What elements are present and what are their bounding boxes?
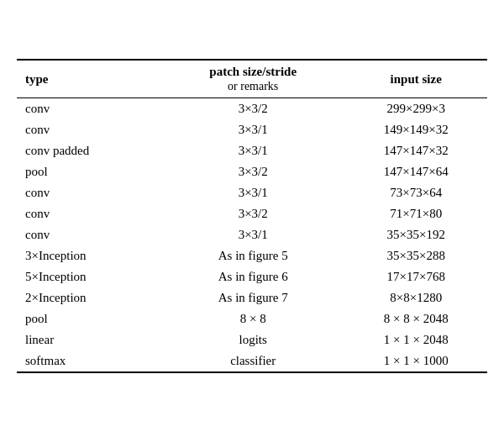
table-row: pool8 × 88 × 8 × 2048 [17, 308, 487, 329]
cell-type: conv [17, 98, 161, 120]
table-row: conv3×3/2299×299×3 [17, 98, 487, 120]
cell-input: 8 × 8 × 2048 [344, 308, 487, 329]
cell-type: conv [17, 203, 161, 224]
table-row: 3×InceptionAs in figure 535×35×288 [17, 245, 487, 266]
cell-input: 1 × 1 × 1000 [344, 350, 487, 372]
cell-patch: 3×3/1 [161, 119, 344, 140]
cell-patch: As in figure 5 [161, 245, 344, 266]
cell-type: linear [17, 329, 161, 350]
cell-type: pool [17, 161, 161, 182]
cell-patch: 3×3/2 [161, 98, 344, 120]
cell-patch: 3×3/1 [161, 224, 344, 245]
cell-type: pool [17, 308, 161, 329]
cell-type: 3×Inception [17, 245, 161, 266]
cell-input: 8×8×1280 [344, 287, 487, 308]
table-row: conv3×3/271×71×80 [17, 203, 487, 224]
table-row: 5×InceptionAs in figure 617×17×768 [17, 266, 487, 287]
table-row: conv3×3/173×73×64 [17, 182, 487, 203]
table-row: conv padded3×3/1147×147×32 [17, 140, 487, 161]
cell-input: 17×17×768 [344, 266, 487, 287]
cell-patch: As in figure 7 [161, 287, 344, 308]
cell-input: 149×149×32 [344, 119, 487, 140]
cell-patch: 3×3/1 [161, 140, 344, 161]
header-patch: patch size/stride or remarks [161, 60, 344, 98]
cell-type: conv padded [17, 140, 161, 161]
cell-input: 1 × 1 × 2048 [344, 329, 487, 350]
cell-patch: 8 × 8 [161, 308, 344, 329]
header-patch-sub: or remarks [228, 80, 278, 92]
cell-type: conv [17, 119, 161, 140]
table-row: softmaxclassifier1 × 1 × 1000 [17, 350, 487, 372]
cell-patch: 3×3/2 [161, 203, 344, 224]
cell-input: 299×299×3 [344, 98, 487, 120]
cell-patch: logits [161, 329, 344, 350]
cell-type: conv [17, 224, 161, 245]
table-row: 2×InceptionAs in figure 78×8×1280 [17, 287, 487, 308]
cell-input: 35×35×192 [344, 224, 487, 245]
cell-type: 5×Inception [17, 266, 161, 287]
cell-type: conv [17, 182, 161, 203]
cell-type: 2×Inception [17, 287, 161, 308]
header-patch-main: patch size/stride [209, 65, 297, 78]
cell-type: softmax [17, 350, 161, 372]
cell-patch: classifier [161, 350, 344, 372]
header-row: type patch size/stride or remarks input … [17, 60, 487, 98]
cell-patch: 3×3/1 [161, 182, 344, 203]
architecture-table: type patch size/stride or remarks input … [17, 59, 487, 373]
header-type: type [17, 60, 161, 98]
table-row: conv3×3/135×35×192 [17, 224, 487, 245]
table-row: linearlogits1 × 1 × 2048 [17, 329, 487, 350]
cell-input: 35×35×288 [344, 245, 487, 266]
cell-input: 147×147×64 [344, 161, 487, 182]
cell-input: 73×73×64 [344, 182, 487, 203]
cell-patch: As in figure 6 [161, 266, 344, 287]
table-row: pool3×3/2147×147×64 [17, 161, 487, 182]
cell-input: 71×71×80 [344, 203, 487, 224]
header-input: input size [344, 60, 487, 98]
cell-input: 147×147×32 [344, 140, 487, 161]
cell-patch: 3×3/2 [161, 161, 344, 182]
table-row: conv3×3/1149×149×32 [17, 119, 487, 140]
table-container: type patch size/stride or remarks input … [17, 59, 487, 373]
